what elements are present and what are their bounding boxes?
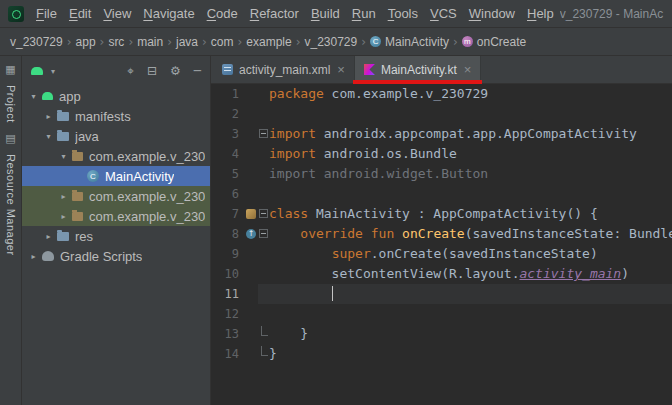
menu-item-build[interactable]: Build (305, 6, 346, 21)
menu-item-edit[interactable]: Edit (63, 6, 97, 21)
chevron-down-icon[interactable]: ▾ (51, 67, 55, 76)
code-editor[interactable]: 1package com.example.v_23072923import an… (211, 84, 672, 405)
tab-mainactivity-kt[interactable]: MainActivity.kt× (355, 56, 481, 83)
close-icon[interactable]: × (464, 63, 472, 76)
fold-column (258, 104, 269, 124)
breadcrumb-label: com (211, 35, 234, 49)
line-number: 3 (211, 124, 245, 144)
gutter-icon-column (245, 204, 258, 224)
code-token: onCreate (402, 226, 465, 241)
chevron-expanded-icon[interactable]: ▾ (58, 152, 69, 161)
menu-item-run[interactable]: Run (346, 6, 382, 21)
tree-item-label: com.example.v_230 (89, 189, 205, 204)
close-icon[interactable]: × (337, 63, 345, 76)
code-text[interactable]: package com.example.v_230729 (269, 84, 672, 104)
tree-item-com-example-v-230[interactable]: ▸com.example.v_230 (22, 186, 210, 206)
gutter-icon-column (245, 304, 258, 324)
fold-column (258, 264, 269, 284)
menu-item-mnemonic: E (69, 6, 78, 21)
menu-item-refactor[interactable]: Refactor (244, 6, 305, 21)
code-token (269, 246, 332, 261)
menu-item-navigate[interactable]: Navigate (137, 6, 200, 21)
menu-item-window[interactable]: Window (463, 6, 521, 21)
code-text[interactable]: class MainActivity : AppCompatActivity()… (269, 204, 672, 224)
breadcrumb-item-v-230729[interactable]: v_230729 (10, 35, 63, 49)
tree-item-com-example-v-230[interactable]: ▾com.example.v_230 (22, 146, 210, 166)
breadcrumb-item-app[interactable]: app (76, 35, 96, 49)
breadcrumb-item-src[interactable]: src (108, 35, 124, 49)
code-text[interactable] (269, 304, 672, 324)
chevron-expanded-icon[interactable]: ▾ (28, 92, 39, 101)
code-text[interactable]: setContentView(R.layout.activity_main) (269, 264, 672, 284)
fold-collapse-icon[interactable] (259, 129, 268, 138)
chevron-collapsed-icon[interactable]: ▸ (58, 192, 69, 201)
chevron-collapsed-icon[interactable]: ▸ (43, 112, 54, 121)
bookmarks-icon[interactable]: ▤ (5, 133, 15, 144)
code-text[interactable]: import android.os.Bundle (269, 144, 672, 164)
breadcrumb-item-com[interactable]: com (211, 35, 234, 49)
chevron-collapsed-icon[interactable]: ▸ (43, 232, 54, 241)
menu-item-mnemonic: F (36, 6, 44, 21)
tree-item-app[interactable]: ▾app (22, 86, 210, 106)
tree-item-label: res (75, 229, 93, 244)
breadcrumb-item-mainactivity[interactable]: CMainActivity (370, 35, 449, 49)
fold-collapse-icon[interactable] (259, 209, 268, 218)
tab-activity-main-xml[interactable]: activity_main.xml× (213, 56, 355, 83)
code-text[interactable]: override fun onCreate(savedInstanceState… (269, 224, 672, 244)
chevron-expanded-icon[interactable]: ▾ (43, 132, 54, 141)
code-text[interactable]: } (269, 344, 672, 364)
fold-column (258, 204, 269, 224)
menu-item-mnemonic: B (311, 6, 320, 21)
code-text[interactable] (269, 184, 672, 204)
hide-panel-icon[interactable]: ─ (194, 65, 201, 77)
gutter-icon-column (245, 124, 258, 144)
code-token (394, 226, 402, 241)
line-number: 10 (211, 264, 245, 284)
tree-item-java[interactable]: ▾java (22, 126, 210, 146)
code-line-12: 12 (211, 304, 672, 324)
folder-icon (57, 132, 69, 141)
menu-item-code[interactable]: Code (201, 6, 244, 21)
breadcrumb-item-java[interactable]: java (176, 35, 198, 49)
line-number: 4 (211, 144, 245, 164)
breadcrumb-item-example[interactable]: example (246, 35, 291, 49)
menu-item-view[interactable]: View (97, 6, 137, 21)
chevron-collapsed-icon[interactable]: ▸ (28, 252, 39, 261)
menu-item-file[interactable]: File (30, 6, 63, 21)
menu-item-help[interactable]: Help (521, 6, 560, 21)
breadcrumb-item-v-230729[interactable]: v_230729 (305, 35, 358, 49)
settings-gear-icon[interactable]: ⚙ (170, 65, 181, 77)
breadcrumb-label: example (246, 35, 291, 49)
menu-item-vcs[interactable]: VCS (424, 6, 463, 21)
tree-item-res[interactable]: ▸res (22, 226, 210, 246)
collapse-all-icon[interactable]: ⊟ (147, 65, 157, 77)
code-text[interactable]: } (269, 324, 672, 344)
tree-item-mainactivity[interactable]: CMainActivity (22, 166, 210, 186)
resource-manager-strip-label[interactable]: Resource Manager (5, 154, 17, 256)
menu-item-mnemonic: V (103, 6, 111, 21)
override-gutter-icon[interactable]: ↑ (246, 229, 256, 239)
breadcrumb-label: v_230729 (305, 35, 358, 49)
line-number: 5 (211, 164, 245, 184)
breadcrumb-separator: › (357, 35, 370, 49)
code-text[interactable]: import androidx.appcompat.app.AppCompatA… (269, 124, 672, 144)
locate-file-icon[interactable]: ⌖ (127, 65, 134, 77)
code-token: } (269, 346, 277, 361)
android-view-icon[interactable] (31, 67, 43, 75)
project-window-icon[interactable]: ▦ (5, 64, 15, 75)
code-text[interactable]: super.onCreate(savedInstanceState) (269, 244, 672, 264)
breadcrumb-item-main[interactable]: main (137, 35, 163, 49)
fold-collapse-icon[interactable] (259, 229, 268, 238)
code-text[interactable] (269, 284, 672, 304)
code-text[interactable]: import android.widget.Button (269, 164, 672, 184)
project-strip-label[interactable]: Project (5, 85, 17, 123)
tree-item-com-example-v-230[interactable]: ▸com.example.v_230 (22, 206, 210, 226)
chevron-collapsed-icon[interactable]: ▸ (58, 212, 69, 221)
class-gutter-icon[interactable] (246, 209, 256, 219)
menu-item-tools[interactable]: Tools (382, 6, 424, 21)
tree-item-manifests[interactable]: ▸manifests (22, 106, 210, 126)
tree-item-gradle-scripts[interactable]: ▸Gradle Scripts (22, 246, 210, 266)
gutter-icon-column (245, 244, 258, 264)
code-text[interactable] (269, 104, 672, 124)
breadcrumb-item-oncreate[interactable]: monCreate (462, 35, 526, 49)
